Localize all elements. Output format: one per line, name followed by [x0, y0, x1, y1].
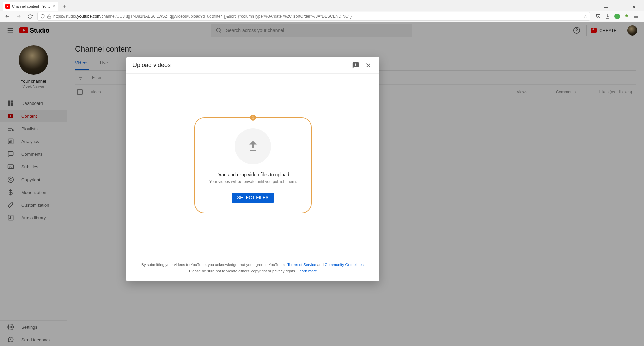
modal-header: Upload videos [126, 57, 379, 74]
pocket-icon[interactable] [596, 14, 601, 19]
address-bar[interactable]: https://studio.youtube.com/channel/UC3Iu… [37, 12, 590, 21]
community-guidelines-link[interactable]: Community Guidelines [325, 263, 364, 267]
window-controls: — ▢ ✕ [602, 3, 642, 11]
reload-button[interactable] [26, 13, 34, 20]
upload-circle [235, 128, 271, 164]
close-window-button[interactable]: ✕ [630, 3, 638, 11]
app-root: Studio Search across your channel CREATE… [0, 22, 644, 346]
close-modal-icon[interactable] [363, 60, 373, 70]
new-tab-button[interactable]: + [60, 2, 69, 11]
modal-title: Upload videos [132, 62, 348, 69]
svg-rect-16 [250, 150, 256, 151]
send-feedback-icon[interactable] [351, 60, 361, 70]
menu-icon[interactable] [633, 14, 639, 19]
modal-footer: By submitting your videos to YouTube, yo… [126, 257, 379, 281]
upload-modal: Upload videos 1 Drag and drop video file… [126, 57, 379, 281]
modal-body: 1 Drag and drop video files to upload Yo… [126, 74, 379, 257]
shield-icon [40, 14, 45, 19]
toolbar-right-icons [594, 14, 641, 19]
terms-of-service-link[interactable]: Terms of Service [287, 263, 316, 267]
browser-tab[interactable]: Channel content - YouTube Stu × [3, 2, 58, 11]
select-files-button[interactable]: SELECT FILES [232, 193, 274, 203]
svg-rect-0 [48, 16, 51, 18]
extension-grammarly-icon[interactable] [614, 14, 620, 19]
close-tab-icon[interactable]: × [53, 4, 55, 9]
lock-icon [47, 14, 51, 19]
browser-tabs-bar: Channel content - YouTube Stu × + — ▢ ✕ [0, 0, 644, 11]
download-icon[interactable] [605, 14, 610, 19]
learn-more-link[interactable]: Learn more [297, 269, 317, 273]
minimize-button[interactable]: — [602, 3, 610, 11]
back-button[interactable] [3, 12, 11, 20]
url-text: https://studio.youtube.com/channel/UC3Iu… [53, 14, 582, 19]
drop-zone-subtitle: Your videos will be private until you pu… [209, 179, 297, 184]
upload-arrow-icon [246, 139, 260, 154]
forward-button[interactable] [15, 12, 23, 20]
bookmark-star-icon[interactable]: ☆ [584, 14, 587, 19]
drop-zone[interactable]: 1 Drag and drop video files to upload Yo… [194, 117, 312, 213]
extension-icon[interactable] [624, 14, 629, 19]
youtube-favicon-icon [5, 4, 10, 9]
tab-title: Channel content - YouTube Stu [12, 4, 51, 8]
address-bar-row: https://studio.youtube.com/channel/UC3Iu… [0, 11, 644, 22]
step-badge: 1 [250, 115, 256, 121]
drop-zone-title: Drag and drop video files to upload [216, 172, 289, 177]
maximize-button[interactable]: ▢ [616, 3, 624, 11]
